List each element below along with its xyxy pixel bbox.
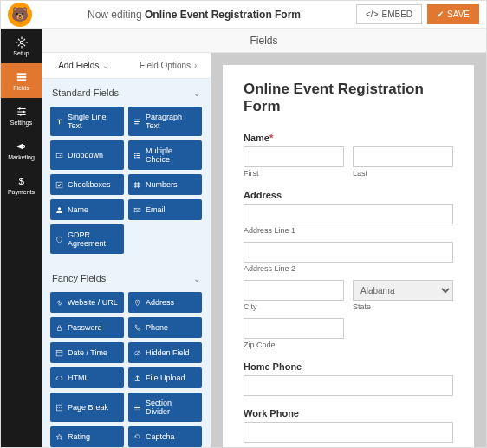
home-phone-input[interactable] xyxy=(244,375,453,396)
fields-icon xyxy=(16,71,28,83)
link-icon xyxy=(55,299,63,307)
main: Setup Fields Settings Marketing $Payment… xyxy=(1,29,486,447)
required-mark: * xyxy=(269,133,273,143)
field-single-line-text[interactable]: Single Line Text xyxy=(50,107,124,136)
check-icon xyxy=(55,181,63,189)
save-button[interactable]: ✔SAVE xyxy=(427,4,479,24)
field-phone[interactable]: Phone xyxy=(128,317,202,338)
svg-point-5 xyxy=(23,110,24,112)
form-name: Online Event Registration Form xyxy=(145,9,301,21)
shield-icon xyxy=(55,236,63,243)
state-select[interactable]: Alabama xyxy=(353,280,453,301)
field-name[interactable]: Name xyxy=(50,199,124,220)
section-fancy-fields[interactable]: Fancy Fields⌄ xyxy=(42,264,211,292)
address-line1-input[interactable] xyxy=(244,204,453,224)
code-icon: </> xyxy=(366,10,378,19)
field-html[interactable]: HTML xyxy=(50,367,124,388)
check-icon: ✔ xyxy=(437,10,444,19)
field-checkboxes[interactable]: Checkboxes xyxy=(50,174,124,195)
field-address[interactable]: Address xyxy=(128,292,202,313)
line2-sublabel: Address Line 2 xyxy=(244,264,453,273)
section-title: Fancy Fields xyxy=(52,273,106,283)
field-password[interactable]: Password xyxy=(50,317,124,338)
svg-point-0 xyxy=(20,41,23,44)
sidebar-item-setup[interactable]: Setup xyxy=(1,29,42,63)
section-standard-fields[interactable]: Standard Fields⌄ xyxy=(42,79,211,107)
home-phone-field[interactable]: Home Phone xyxy=(244,361,453,396)
sidebar-item-fields[interactable]: Fields xyxy=(1,63,42,98)
standard-fields-grid: Single Line Text Paragraph Text Dropdown… xyxy=(42,107,211,264)
eye-off-icon xyxy=(133,349,141,357)
field-divider[interactable]: Section Divider xyxy=(128,393,202,422)
state-sublabel: State xyxy=(353,302,453,311)
chevron-down-icon: ⌄ xyxy=(193,274,200,283)
svg-rect-16 xyxy=(57,327,62,329)
svg-point-13 xyxy=(58,207,61,210)
dollar-icon: $ xyxy=(16,175,28,187)
embed-button[interactable]: </>EMBED xyxy=(356,4,422,24)
text-icon xyxy=(55,118,63,126)
sidebar-label: Fields xyxy=(13,85,29,91)
svg-rect-1 xyxy=(16,73,26,75)
content: Fields Add Fields⌄ Field Options› Standa… xyxy=(42,29,486,447)
sidebar-item-marketing[interactable]: Marketing xyxy=(1,133,42,167)
sidebar-item-payments[interactable]: $Payments xyxy=(1,167,42,202)
zip-sublabel: Zip Code xyxy=(244,341,344,349)
svg-point-6 xyxy=(19,114,21,115)
editing-label: Now editing Online Event Registration Fo… xyxy=(32,9,356,21)
address-field[interactable]: Address Address Line 1 Address Line 2 Ci… xyxy=(244,190,453,349)
name-field[interactable]: Name* First Last xyxy=(244,133,453,178)
sidebar-label: Payments xyxy=(8,189,35,195)
list-icon xyxy=(133,152,141,159)
form-preview: Online Event Registration Form Name* Fir… xyxy=(211,53,486,447)
top-actions: </>EMBED ✔SAVE xyxy=(356,4,479,24)
logo: 🐻 xyxy=(8,3,32,27)
top-bar: 🐻 Now editing Online Event Registration … xyxy=(1,1,486,29)
svg-rect-3 xyxy=(16,79,26,81)
sliders-icon xyxy=(16,106,28,118)
field-numbers[interactable]: Numbers xyxy=(128,174,202,195)
user-icon xyxy=(55,206,63,214)
save-label: SAVE xyxy=(447,10,470,19)
field-hidden[interactable]: Hidden Field xyxy=(128,342,202,363)
address-line2-input[interactable] xyxy=(244,242,453,263)
field-website[interactable]: Website / URL xyxy=(50,292,124,313)
work-phone-field[interactable]: Work Phone xyxy=(244,408,453,443)
hash-icon xyxy=(133,181,141,189)
content-body: Add Fields⌄ Field Options› Standard Fiel… xyxy=(42,53,486,447)
city-input[interactable] xyxy=(244,280,344,301)
field-rating[interactable]: Rating xyxy=(50,426,124,447)
chevron-right-icon: › xyxy=(194,61,197,70)
gear-icon xyxy=(16,36,28,49)
field-email[interactable]: Email xyxy=(128,199,202,220)
field-multiple-choice[interactable]: Multiple Choice xyxy=(128,140,202,170)
first-name-input[interactable] xyxy=(244,146,344,167)
field-datetime[interactable]: Date / Time xyxy=(50,342,124,363)
sidebar-item-settings[interactable]: Settings xyxy=(1,98,42,133)
home-phone-label: Home Phone xyxy=(244,361,453,372)
zip-input[interactable] xyxy=(244,318,344,339)
svg-point-11 xyxy=(134,156,136,158)
work-phone-label: Work Phone xyxy=(244,408,453,419)
field-dropdown[interactable]: Dropdown xyxy=(50,140,124,170)
field-gdpr[interactable]: GDPR Agreement xyxy=(50,224,124,254)
field-pagebreak[interactable]: Page Break xyxy=(50,393,124,422)
field-upload[interactable]: File Upload xyxy=(128,367,202,388)
section-title: Standard Fields xyxy=(52,88,119,98)
pin-icon xyxy=(133,299,141,307)
field-captcha[interactable]: Captcha xyxy=(128,426,202,447)
content-header: Fields xyxy=(42,29,486,53)
tab-label: Field Options xyxy=(140,61,191,70)
address-label: Address xyxy=(244,190,453,200)
city-sublabel: City xyxy=(244,302,344,311)
work-phone-input[interactable] xyxy=(244,422,453,443)
field-paragraph-text[interactable]: Paragraph Text xyxy=(128,107,202,136)
sidebar-label: Marketing xyxy=(8,154,35,160)
tab-add-fields[interactable]: Add Fields⌄ xyxy=(42,53,127,78)
tab-field-options[interactable]: Field Options› xyxy=(127,53,211,78)
panel-tabs: Add Fields⌄ Field Options› xyxy=(42,53,211,79)
svg-point-15 xyxy=(137,301,139,302)
svg-point-10 xyxy=(134,154,136,156)
last-name-input[interactable] xyxy=(353,146,453,167)
svg-point-9 xyxy=(134,153,136,154)
